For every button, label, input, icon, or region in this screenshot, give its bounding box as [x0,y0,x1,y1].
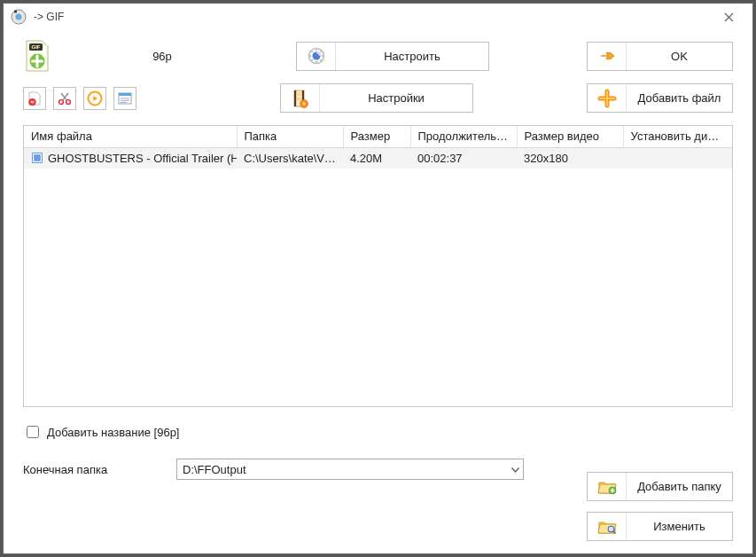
bottom-right-buttons: Добавить папку Изменить [587,472,733,541]
svg-point-23 [302,102,305,105]
cut-button[interactable] [53,87,76,110]
svg-rect-13 [119,93,131,96]
play-button[interactable] [83,87,106,110]
svg-rect-21 [297,97,301,100]
folder-add-icon [597,479,617,495]
ok-label: OK [627,50,732,63]
configure-label: Настроить [336,50,488,63]
cell-size: 4.20M [343,147,410,169]
dest-folder-label: Конечная папка [23,463,160,476]
add-name-checkbox[interactable] [27,426,39,438]
dest-folder-combo[interactable]: D:\FFOutput [176,459,524,480]
film-settings-icon [292,89,309,108]
chevron-down-icon [511,464,519,475]
change-folder-button[interactable]: Изменить [587,512,733,541]
add-file-button[interactable]: Добавить файл [587,83,733,113]
cell-duration: 00:02:37 [410,147,517,169]
ok-button[interactable]: OK [587,42,733,71]
titlebar: -> GIF [4,4,752,30]
table-header-row: Имя файла Папка Размер Продолжительность… [24,126,732,147]
add-name-label[interactable]: Добавить название [96p] [47,426,179,439]
scissors-icon [58,91,72,106]
col-size[interactable]: Размер [343,126,410,147]
format-gif-icon[interactable]: GIF [23,39,51,73]
delete-file-button[interactable] [23,87,46,110]
col-duration[interactable]: Продолжительность [410,126,517,147]
svg-point-27 [608,526,614,532]
svg-rect-18 [294,90,296,106]
svg-rect-14 [121,98,129,98]
dest-folder-value: D:\FFOutput [183,463,246,476]
table-row[interactable]: GHOSTBUSTERS - Official Trailer (HD).3gp… [24,147,732,169]
col-folder[interactable]: Папка [237,126,343,147]
col-set-range[interactable]: Установить диапаз... [623,126,732,147]
svg-rect-15 [121,99,129,100]
settings-button[interactable]: Настройки [280,83,473,113]
app-icon [11,9,27,25]
play-icon [87,90,103,106]
document-remove-icon [27,90,43,106]
add-file-label: Добавить файл [627,91,732,105]
details-icon [118,91,132,106]
plus-icon [597,89,617,108]
cell-folder: C:\Users\kate\Videos [237,147,343,169]
configure-button[interactable]: Настроить [296,42,489,71]
svg-rect-16 [121,102,127,103]
close-icon [724,12,734,22]
cell-video-size: 320x180 [517,147,623,169]
cell-set-range [623,147,732,169]
cell-filename: GHOSTBUSTERS - Official Trailer (HD).3gp [48,152,237,165]
app-window: -> GIF GIF 96p [3,3,753,554]
svg-rect-2 [14,11,17,13]
svg-point-1 [16,14,22,20]
col-filename[interactable]: Имя файла [24,126,237,147]
gear-icon [308,47,325,65]
col-video-size[interactable]: Размер видео [517,126,623,147]
close-button[interactable] [712,4,745,30]
file-table: Имя файла Папка Размер Продолжительность… [23,125,733,407]
video-file-icon [31,152,43,164]
window-title: -> GIF [34,11,64,23]
top-row: GIF 96p [23,39,733,73]
bitrate-text: 96p [60,50,264,63]
add-folder-button[interactable]: Добавить папку [587,472,733,501]
toolbar-row: Настройки Добавить файл [23,83,733,113]
add-folder-label: Добавить папку [627,480,732,493]
svg-rect-25 [34,154,41,161]
info-button[interactable] [113,87,136,110]
folder-search-icon [597,519,617,535]
svg-rect-20 [297,92,301,96]
change-folder-label: Изменить [627,520,732,533]
arrow-right-icon [598,47,616,65]
svg-text:GIF: GIF [32,44,41,50]
settings-label: Настройки [320,91,472,105]
